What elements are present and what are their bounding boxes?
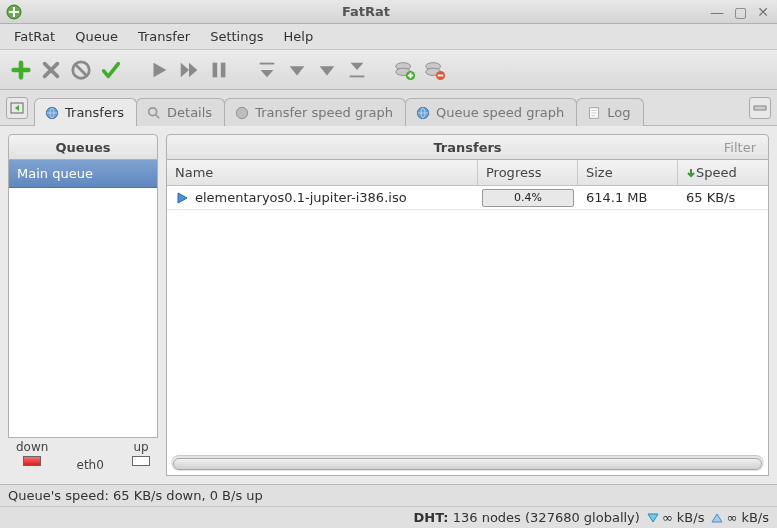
down-indicator: down [16,440,48,466]
menu-fatrat[interactable]: FatRat [6,26,63,47]
column-speed-label: Speed [696,165,737,180]
status-bar-queue: Queue's speed: 65 KB/s down, 0 B/s up [0,484,777,506]
table-header: Name Progress Size Speed [167,160,768,186]
up-led-icon [132,456,150,466]
queue-footer: down eth0 up [8,438,158,476]
column-progress[interactable]: Progress [478,160,578,185]
queues-list[interactable]: Main queue [8,160,158,438]
move-down-button[interactable] [314,57,340,83]
panel-toggle-right[interactable] [749,97,771,119]
force-start-button[interactable] [176,57,202,83]
table-row[interactable]: elementaryos0.1-jupiter-i386.iso 0.4% 61… [167,186,768,210]
svg-rect-3 [221,62,226,77]
tab-label: Details [167,105,212,120]
window-controls: — ▢ ✕ [710,5,769,19]
minimize-button[interactable]: — [710,5,724,19]
globe-icon [235,106,249,120]
tab-strip: Transfers Details Transfer speed graph Q… [0,90,777,126]
queue-remove-button[interactable] [422,57,448,83]
central-area: Queues Main queue down eth0 up Transfers… [0,126,777,484]
queue-speed-text: Queue's speed: 65 KB/s down, 0 B/s up [8,488,263,503]
move-up-button[interactable] [284,57,310,83]
close-button[interactable]: ✕ [757,5,769,19]
column-speed[interactable]: Speed [678,160,768,185]
globe-icon [45,106,59,120]
menu-bar: FatRat Queue Transfer Settings Help [0,24,777,50]
up-indicator: up [132,440,150,466]
queues-header: Queues [8,134,158,160]
upload-rate-icon [710,511,724,525]
move-bottom-button[interactable] [344,57,370,83]
cancel-button[interactable] [68,57,94,83]
dht-value: 136 nodes (327680 globally) [453,510,640,525]
svg-point-13 [236,107,247,118]
globe-icon [416,106,430,120]
horizontal-scrollbar[interactable] [171,455,764,471]
move-top-button[interactable] [254,57,280,83]
play-icon [175,191,189,205]
menu-settings[interactable]: Settings [202,26,271,47]
start-button[interactable] [146,57,172,83]
menu-queue[interactable]: Queue [67,26,126,47]
menu-help[interactable]: Help [276,26,322,47]
column-name[interactable]: Name [167,160,478,185]
down-led-icon [23,456,41,466]
pause-button[interactable] [206,57,232,83]
column-size[interactable]: Size [578,160,678,185]
status-bar-global: DHT: 136 nodes (327680 globally) ∞ kB/s … [0,506,777,528]
svg-point-12 [149,107,157,115]
queue-item-main[interactable]: Main queue [9,160,157,188]
tab-transfer-speed-graph[interactable]: Transfer speed graph [224,98,406,126]
progress-bar: 0.4% [482,189,574,207]
tab-label: Transfer speed graph [255,105,393,120]
add-button[interactable] [8,57,34,83]
svg-rect-2 [213,62,218,77]
filter-input[interactable]: Filter [724,140,756,155]
transfer-size: 614.1 MB [578,190,678,205]
panel-toggle-left[interactable] [6,97,28,119]
app-icon [6,4,22,20]
magnifier-icon [147,106,161,120]
transfers-header: Transfers Filter [166,134,769,160]
svg-rect-16 [754,106,766,110]
queues-panel: Queues Main queue down eth0 up [8,134,158,476]
download-rate-icon [646,511,660,525]
upload-rate: ∞ kB/s [726,510,769,525]
window-title: FatRat [22,4,710,19]
tab-log[interactable]: Log [576,98,643,126]
down-label: down [16,440,48,454]
tab-transfers[interactable]: Transfers [34,98,137,126]
up-label: up [133,440,148,454]
transfer-speed: 65 KB/s [678,190,768,205]
title-bar: FatRat — ▢ ✕ [0,0,777,24]
tab-details[interactable]: Details [136,98,225,126]
arrow-down-icon [686,168,696,178]
queue-item-label: Main queue [17,166,93,181]
transfers-title: Transfers [167,140,768,155]
dht-label: DHT: [414,510,449,525]
remove-button[interactable] [38,57,64,83]
tab-label: Log [607,105,630,120]
maximize-button[interactable]: ▢ [734,5,747,19]
toolbar [0,50,777,90]
document-icon [587,106,601,120]
queue-add-button[interactable] [392,57,418,83]
transfers-table: Name Progress Size Speed elementaryos0.1… [166,160,769,476]
table-body: elementaryos0.1-jupiter-i386.iso 0.4% 61… [167,186,768,455]
download-rate: ∞ kB/s [662,510,705,525]
transfer-name: elementaryos0.1-jupiter-i386.iso [195,190,407,205]
check-button[interactable] [98,57,124,83]
tab-label: Transfers [65,105,124,120]
menu-transfer[interactable]: Transfer [130,26,198,47]
interface-label: eth0 [77,458,104,476]
tab-queue-speed-graph[interactable]: Queue speed graph [405,98,577,126]
progress-label: 0.4% [483,190,573,206]
tab-label: Queue speed graph [436,105,564,120]
transfers-panel: Transfers Filter Name Progress Size Spee… [166,134,769,476]
